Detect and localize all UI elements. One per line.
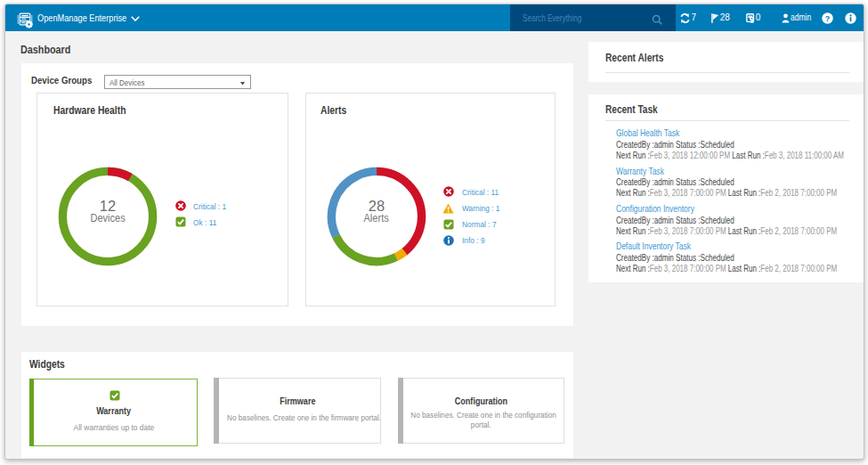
svg-text:?: ? <box>825 14 831 23</box>
